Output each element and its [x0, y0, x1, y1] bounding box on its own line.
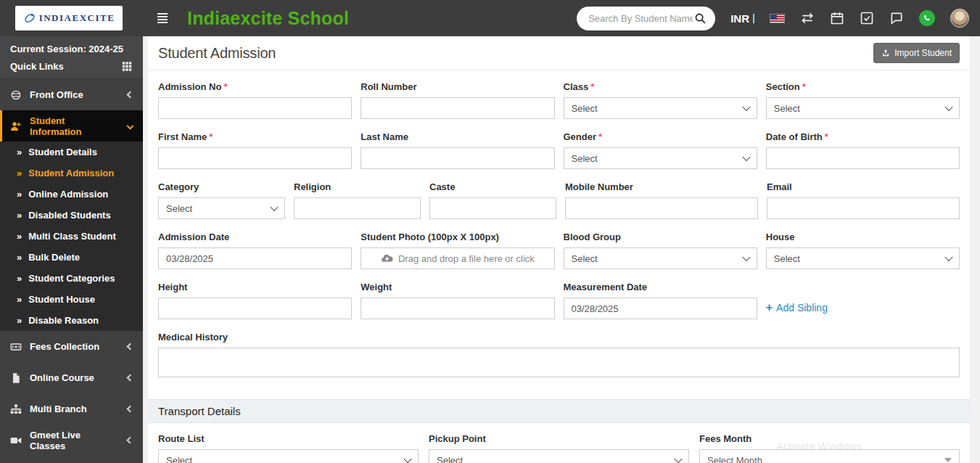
top-bar: INDIAEXCITE Indiaexcite School INR	[0, 0, 980, 36]
chevron-left-icon	[127, 406, 134, 413]
student-admission-card: Student Admission Import Student Admissi…	[148, 36, 970, 463]
search-input[interactable]	[587, 12, 694, 25]
sidebar-item-label: Front Office	[30, 89, 83, 100]
field-student-photo: Student Photo (100px X 100px) Drag and d…	[361, 232, 554, 269]
sidebar-item-label: Online Course	[30, 372, 94, 383]
logo[interactable]: INDIAEXCITE	[15, 6, 123, 30]
user-plus-icon	[10, 120, 22, 132]
double-chevron-icon	[17, 168, 22, 179]
field-last-name: Last Name	[361, 131, 554, 169]
measurement-date-input[interactable]	[564, 298, 757, 319]
sidebar-item-student-house[interactable]: Student House	[0, 289, 143, 310]
page-header: Student Admission Import Student	[148, 36, 970, 70]
import-student-button[interactable]: Import Student	[873, 43, 960, 63]
submenu-label: Disabled Students	[28, 210, 110, 221]
grid-icon[interactable]	[121, 61, 133, 72]
route-list-select[interactable]: Select	[158, 449, 419, 463]
field-label: Category	[158, 181, 285, 192]
field-label: Mobile Number	[565, 181, 758, 192]
house-select[interactable]: Select	[766, 247, 960, 269]
religion-input[interactable]	[294, 197, 421, 219]
sidebar-item-online-course[interactable]: Online Course	[0, 362, 143, 393]
sidebar-item-student-information[interactable]: Student Information	[0, 110, 143, 142]
sidebar-item-student-categories[interactable]: Student Categories	[0, 268, 143, 289]
mobile-number-input[interactable]	[565, 197, 758, 219]
field-label: Class*	[564, 81, 757, 92]
field-label: Weight	[361, 282, 554, 292]
currency-label: INR	[730, 12, 749, 25]
admission-no-input[interactable]	[158, 97, 352, 119]
add-sibling-cell: + Add Sibling	[766, 282, 960, 319]
weight-input[interactable]	[361, 298, 554, 319]
sidebar-item-multi-class-student[interactable]: Multi Class Student	[0, 226, 143, 247]
sidebar-item-disable-reason[interactable]: Disable Reason	[0, 310, 143, 331]
last-name-input[interactable]	[361, 147, 554, 169]
caste-input[interactable]	[429, 197, 556, 219]
field-label: Email	[767, 181, 960, 192]
field-label: First Name*	[158, 131, 352, 142]
sidebar-item-bulk-delete[interactable]: Bulk Delete	[0, 247, 143, 268]
sidebar-item-front-office[interactable]: Front Office	[0, 79, 143, 110]
double-chevron-icon	[17, 252, 22, 263]
field-route-list: Route List Select	[158, 433, 419, 463]
field-label: Gender*	[564, 131, 757, 142]
class-select[interactable]: Select	[564, 97, 757, 119]
sidebar-item-student-details[interactable]: Student Details	[0, 142, 143, 163]
calendar-icon[interactable]	[830, 11, 844, 25]
whatsapp-icon[interactable]	[919, 10, 935, 26]
sidebar-item-label: Fees Collection	[30, 341, 99, 352]
sidebar-item-student-admission[interactable]: Student Admission	[0, 163, 143, 184]
gender-select[interactable]: Select	[564, 147, 757, 169]
dropzone-text: Drag and drop a file here or click	[398, 253, 535, 264]
pickup-point-select[interactable]: Select	[429, 449, 689, 463]
student-information-submenu: Student Details Student Admission Online…	[0, 142, 143, 331]
sidebar-item-fees-collection[interactable]: Fees Collection	[0, 331, 143, 362]
section-select[interactable]: Select	[766, 97, 960, 119]
quick-links[interactable]: Quick Links	[10, 61, 133, 72]
double-chevron-icon	[17, 210, 22, 221]
admission-form: Admission No* Roll Number Class* Select …	[148, 70, 970, 380]
category-select[interactable]: Select	[158, 197, 285, 219]
sidebar-item-multi-branch[interactable]: Multi Branch	[0, 393, 143, 425]
double-chevron-icon	[17, 147, 22, 157]
user-avatar[interactable]	[950, 9, 969, 28]
field-caste: Caste	[429, 181, 556, 219]
first-name-input[interactable]	[158, 147, 352, 169]
field-pickup-point: Pickup Point Select	[429, 433, 689, 463]
cloud-upload-icon	[381, 253, 393, 265]
fees-month-value: Select Month	[707, 455, 762, 463]
field-measurement-date: Measurement Date	[564, 282, 757, 319]
field-label: Pickup Point	[429, 433, 689, 444]
logo-text: INDIAEXCITE	[39, 12, 115, 24]
search-icon[interactable]	[694, 12, 707, 25]
quick-links-label: Quick Links	[10, 61, 64, 72]
language-flag-icon[interactable]	[770, 14, 785, 23]
sidebar-item-disabled-students[interactable]: Disabled Students	[0, 205, 143, 226]
video-camera-icon	[10, 435, 22, 446]
submenu-label: Online Admission	[28, 189, 108, 200]
field-height: Height	[158, 282, 352, 319]
field-label: Route List	[158, 433, 419, 444]
currency-selector[interactable]: INR	[730, 12, 754, 25]
sidebar-item-online-admission[interactable]: Online Admission	[0, 184, 143, 205]
sidebar-item-gmeet-live-classes[interactable]: Gmeet Live Classes	[0, 425, 143, 456]
submenu-label: Student Admission	[28, 168, 114, 179]
task-check-icon[interactable]	[860, 11, 874, 25]
admission-date-input[interactable]	[158, 247, 352, 269]
date-of-birth-input[interactable]	[766, 147, 960, 169]
menu-toggle-icon[interactable]	[157, 13, 168, 23]
session-switch-icon[interactable]	[800, 11, 815, 25]
fees-month-multiselect[interactable]: Select Month	[699, 449, 960, 463]
blood-group-select[interactable]: Select	[564, 247, 757, 269]
field-label: Admission Date	[158, 232, 352, 242]
chat-icon[interactable]	[889, 11, 904, 25]
roll-number-input[interactable]	[361, 97, 554, 119]
email-input[interactable]	[767, 197, 960, 219]
height-input[interactable]	[158, 298, 352, 319]
money-icon	[10, 341, 22, 353]
student-photo-dropzone[interactable]: Drag and drop a file here or click	[361, 247, 554, 269]
medical-history-textarea[interactable]	[158, 348, 960, 377]
add-sibling-link[interactable]: + Add Sibling	[766, 301, 828, 314]
app-title: Indiaexcite School	[187, 8, 349, 29]
field-category: Category Select	[158, 181, 285, 219]
